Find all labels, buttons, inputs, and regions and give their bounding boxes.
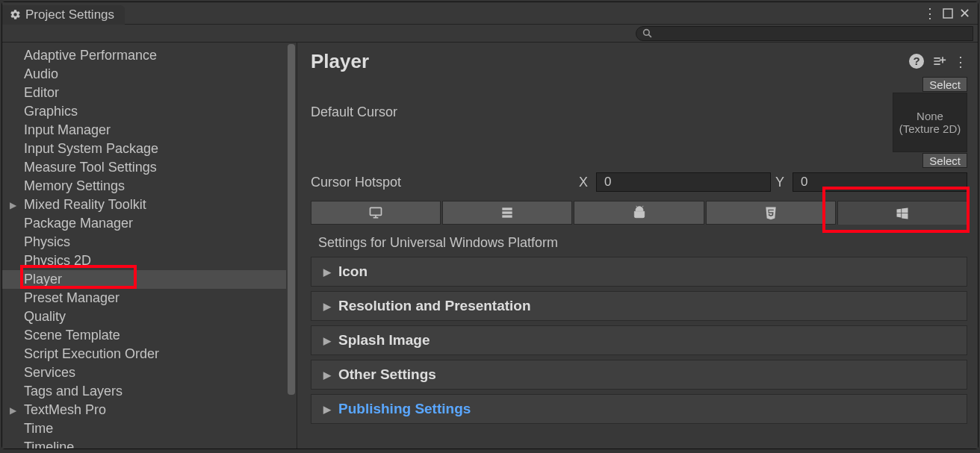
monitor-icon: [368, 205, 383, 220]
titlebar: Project Settings ⋮ ✕: [2, 2, 978, 25]
sidebar-item-input-manager[interactable]: Input Manager: [2, 121, 286, 140]
sidebar-item-script-execution-order[interactable]: Script Execution Order: [2, 345, 286, 363]
section-icon[interactable]: ▶Icon: [311, 257, 967, 287]
server-icon: [500, 205, 515, 220]
sidebar-item-physics-2d[interactable]: Physics 2D: [2, 252, 286, 270]
object-picker: Select None (Texture 2D) Select: [893, 77, 967, 168]
svg-rect-3: [370, 207, 382, 215]
settings-caption: Settings for Universal Windows Platform: [318, 235, 967, 251]
sidebar-item-services[interactable]: Services: [2, 363, 286, 382]
svg-point-1: [644, 30, 650, 36]
section-publishing-settings[interactable]: ▶Publishing Settings: [311, 394, 967, 424]
svg-rect-7: [503, 211, 512, 213]
sidebar-item-package-manager[interactable]: Package Manager: [2, 214, 286, 233]
sidebar-item-textmesh-pro[interactable]: ▶TextMesh Pro: [2, 401, 286, 419]
search-input[interactable]: [636, 26, 973, 41]
texture-none-label: None: [917, 110, 943, 122]
svg-rect-0: [943, 9, 952, 18]
scrollbar-thumb[interactable]: [288, 44, 295, 395]
content: Player ? ⋮ Select None (Texture 2D) Sele…: [297, 43, 978, 449]
sidebar-item-quality[interactable]: Quality: [2, 307, 286, 326]
section-resolution[interactable]: ▶Resolution and Presentation: [311, 291, 967, 321]
tab-project-settings[interactable]: Project Settings: [2, 5, 125, 25]
texture-type-label: (Texture 2D): [899, 122, 961, 135]
titlebar-controls: ⋮ ✕: [923, 5, 978, 22]
sidebar-item-measure-tool-settings[interactable]: Measure Tool Settings: [2, 158, 286, 177]
sidebar-item-input-system-package[interactable]: Input System Package: [2, 140, 286, 158]
cursor-hotspot-label: Cursor Hotspot: [311, 175, 574, 190]
sidebar-list: Adaptive Performance Audio Editor Graphi…: [2, 43, 286, 449]
sidebar-item-scene-template[interactable]: Scene Template: [2, 326, 286, 345]
maximize-icon[interactable]: [943, 8, 953, 19]
search-row: [2, 25, 978, 43]
expand-icon: ▶: [10, 200, 16, 210]
svg-rect-8: [503, 215, 512, 217]
menu-icon[interactable]: ⋮: [923, 5, 937, 22]
chevron-right-icon: ▶: [323, 301, 331, 312]
preset-icon[interactable]: [931, 54, 946, 69]
platform-tabs: [311, 201, 967, 225]
sidebar-scrollbar[interactable]: [286, 43, 297, 449]
section-splash-image[interactable]: ▶Splash Image: [311, 325, 967, 355]
svg-line-2: [648, 34, 651, 37]
sidebar: Adaptive Performance Audio Editor Graphi…: [2, 43, 297, 449]
platform-tab-android[interactable]: [574, 201, 704, 225]
platform-tab-server[interactable]: [442, 201, 572, 225]
texture-slot[interactable]: None (Texture 2D): [893, 93, 967, 152]
sidebar-item-player[interactable]: Player: [2, 270, 286, 289]
project-settings-window: Project Settings ⋮ ✕ Adaptive Performanc…: [1, 1, 979, 449]
sidebar-item-adaptive-performance[interactable]: Adaptive Performance: [2, 46, 286, 65]
y-label: Y: [775, 175, 788, 190]
sidebar-item-mixed-reality-toolkit[interactable]: ▶Mixed Reality Toolkit: [2, 196, 286, 214]
x-label: X: [579, 175, 592, 190]
highlight-windows-tab: [822, 187, 970, 233]
svg-rect-6: [503, 207, 512, 210]
chevron-right-icon: ▶: [323, 266, 331, 278]
sidebar-item-graphics[interactable]: Graphics: [2, 102, 286, 121]
html5-icon: [763, 205, 778, 220]
chevron-right-icon: ▶: [323, 404, 331, 415]
content-header: Player ? ⋮: [311, 50, 967, 73]
x-input[interactable]: [596, 172, 771, 192]
body: Adaptive Performance Audio Editor Graphi…: [2, 43, 978, 449]
sidebar-item-timeline[interactable]: Timeline: [2, 438, 286, 449]
sidebar-item-time[interactable]: Time: [2, 419, 286, 438]
android-icon: [632, 205, 647, 220]
default-cursor-row: Default Cursor: [311, 104, 967, 120]
gear-icon: [10, 9, 21, 20]
section-other-settings[interactable]: ▶Other Settings: [311, 360, 967, 390]
select-button-bottom[interactable]: Select: [922, 153, 967, 168]
tab-label: Project Settings: [25, 7, 114, 22]
page-title: Player: [311, 50, 369, 73]
chevron-right-icon: ▶: [323, 335, 331, 346]
sidebar-item-audio[interactable]: Audio: [2, 65, 286, 84]
chevron-right-icon: ▶: [323, 369, 331, 381]
platform-tab-desktop[interactable]: [311, 201, 441, 225]
close-icon[interactable]: ✕: [959, 5, 970, 22]
default-cursor-label: Default Cursor: [311, 104, 580, 120]
sidebar-item-tags-and-layers[interactable]: Tags and Layers: [2, 382, 286, 401]
sidebar-item-memory-settings[interactable]: Memory Settings: [2, 177, 286, 196]
expand-icon: ▶: [10, 405, 16, 416]
sidebar-item-editor[interactable]: Editor: [2, 84, 286, 102]
select-button-top[interactable]: Select: [922, 77, 967, 92]
sidebar-item-physics[interactable]: Physics: [2, 233, 286, 252]
menu-icon[interactable]: ⋮: [954, 54, 967, 70]
search-icon: [642, 28, 652, 38]
platform-tab-html5[interactable]: [706, 201, 836, 225]
sidebar-item-preset-manager[interactable]: Preset Manager: [2, 289, 286, 307]
help-icon[interactable]: ?: [909, 54, 924, 69]
